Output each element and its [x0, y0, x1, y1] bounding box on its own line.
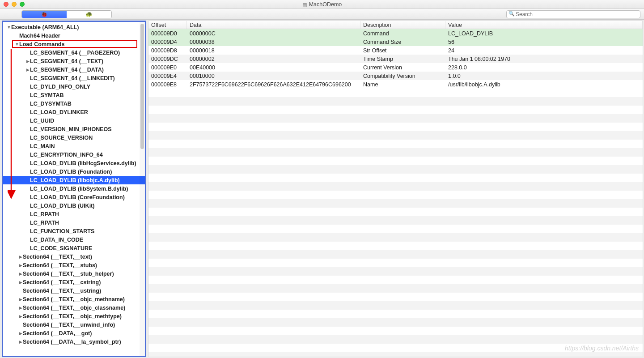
- table-row[interactable]: 000009D00000000CCommandLC_LOAD_DYLIB: [148, 29, 643, 38]
- tree-item-label: Section64 (__DATA,__la_symbol_ptr): [23, 339, 121, 345]
- cell-desc: Command: [360, 29, 445, 38]
- tree-item-label: LC_UUID: [30, 118, 54, 124]
- tree-item[interactable]: LC_LOAD_DYLIB (UIKit): [3, 201, 145, 210]
- tree-item[interactable]: ▶LC_SEGMENT_64 (__DATA): [3, 65, 145, 74]
- tree-item[interactable]: LC_SOURCE_VERSION: [3, 133, 145, 142]
- tree-item[interactable]: LC_SEGMENT_64 (__LINKEDIT): [3, 74, 145, 82]
- sidebar-scrollbar[interactable]: [140, 22, 145, 356]
- table-body[interactable]: 000009D00000000CCommandLC_LOAD_DYLIB0000…: [148, 29, 643, 357]
- col-offset[interactable]: Offset: [148, 21, 187, 29]
- col-value[interactable]: Value: [445, 21, 643, 29]
- tree-item[interactable]: ▶Section64 (__TEXT,__objc_methname): [3, 295, 145, 303]
- cell-data: 00000038: [187, 38, 360, 46]
- search-input[interactable]: [506, 10, 640, 18]
- search-field-wrap: [506, 10, 640, 18]
- tree-item-label: LC_DYLD_INFO_ONLY: [30, 84, 90, 90]
- tree-item-label: Section64 (__TEXT,__objc_classname): [23, 305, 125, 311]
- zoom-button[interactable]: [20, 2, 25, 7]
- tree-item[interactable]: LC_LOAD_DYLINKER: [3, 108, 145, 116]
- cell-data: 00000002: [187, 55, 360, 63]
- table-row[interactable]: 000009D800000018Str Offset24: [148, 46, 643, 55]
- tree-item[interactable]: LC_LOAD_DYLIB (CoreFoundation): [3, 193, 145, 201]
- tree-item[interactable]: ▶Section64 (__TEXT,__text): [3, 252, 145, 261]
- tree-item-label: LC_ENCRYPTION_INFO_64: [30, 152, 103, 158]
- tree-item[interactable]: Mach64 Header: [3, 31, 145, 40]
- tree-item[interactable]: ▼Load Commands: [3, 40, 145, 48]
- disclosure-triangle[interactable]: ▶: [25, 68, 30, 72]
- tree-item-label: Section64 (__TEXT,__ustring): [23, 288, 101, 294]
- col-description[interactable]: Description: [360, 21, 445, 29]
- close-button[interactable]: [4, 2, 8, 7]
- tree-item[interactable]: ▶Section64 (__TEXT,__stubs): [3, 261, 145, 269]
- tree-item[interactable]: ▶Section64 (__TEXT,__stub_helper): [3, 269, 145, 278]
- disclosure-triangle[interactable]: ▶: [18, 331, 23, 336]
- table-row[interactable]: 000009E000E40000Current Version228.0.0: [148, 63, 643, 72]
- tree-item[interactable]: LC_CODE_SIGNATURE: [3, 244, 145, 252]
- tree-item-label: LC_RPATH: [30, 211, 59, 217]
- tree-item[interactable]: LC_LOAD_DYLIB (Foundation): [3, 167, 145, 176]
- tree-item[interactable]: LC_UUID: [3, 116, 145, 125]
- tree-item-label: LC_LOAD_DYLIB (libobjc.A.dylib): [30, 177, 120, 183]
- tree-item[interactable]: LC_DYSYMTAB: [3, 99, 145, 108]
- tree-item-label: Section64 (__TEXT,__text): [23, 254, 92, 260]
- tree-item[interactable]: LC_FUNCTION_STARTS: [3, 227, 145, 235]
- disclosure-triangle[interactable]: ▶: [18, 314, 23, 319]
- disclosure-triangle[interactable]: ▶: [18, 263, 23, 268]
- tree-item[interactable]: ▶Section64 (__TEXT,__objc_methtype): [3, 312, 145, 320]
- tree-item-label: LC_SYMTAB: [30, 92, 64, 98]
- disclosure-triangle[interactable]: ▶: [18, 255, 23, 259]
- cell-desc: Compatibility Version: [360, 72, 445, 80]
- table-row[interactable]: 000009E400010000Compatibility Version1.0…: [148, 72, 643, 80]
- cell-data: 00E40000: [187, 63, 360, 72]
- tree-item[interactable]: LC_SYMTAB: [3, 91, 145, 99]
- tree-item[interactable]: ▶Section64 (__DATA,__got): [3, 329, 145, 337]
- tree-item-label: LC_SEGMENT_64 (__PAGEZERO): [30, 50, 120, 56]
- tree-item[interactable]: LC_LOAD_DYLIB (libSystem.B.dylib): [3, 184, 145, 193]
- tree-item[interactable]: LC_LOAD_DYLIB (libobjc.A.dylib): [3, 176, 145, 184]
- tree-item-label: LC_MAIN: [30, 143, 55, 149]
- tree-item[interactable]: Section64 (__TEXT,__unwind_info): [3, 320, 145, 329]
- segment-left[interactable]: 🐞: [22, 11, 67, 18]
- window-titlebar: MachODemo: [0, 0, 644, 9]
- tree-item[interactable]: ▶Section64 (__TEXT,__cstring): [3, 278, 145, 286]
- tree-item-label: LC_SOURCE_VERSION: [30, 135, 93, 141]
- disclosure-triangle[interactable]: ▶: [18, 280, 23, 285]
- tree-item[interactable]: LC_ENCRYPTION_INFO_64: [3, 150, 145, 159]
- toolbar: 🐞 🐢: [0, 9, 644, 20]
- tree-item[interactable]: ▶LC_SEGMENT_64 (__TEXT): [3, 57, 145, 65]
- cell-data: 2F7573722F6C69622F6C69626F626A632E412E64…: [187, 80, 360, 89]
- cell-offset: 000009E4: [148, 72, 187, 80]
- segment-right[interactable]: 🐢: [67, 11, 111, 18]
- tree-item[interactable]: ▶Section64 (__TEXT,__objc_classname): [3, 303, 145, 312]
- tree-item[interactable]: LC_RPATH: [3, 210, 145, 218]
- tree-item-label: LC_LOAD_DYLINKER: [30, 109, 88, 115]
- tree-root[interactable]: ▼Executable (ARM64_ALL): [3, 23, 145, 31]
- tree-item[interactable]: Section64 (__TEXT,__ustring): [3, 286, 145, 295]
- table-row[interactable]: 000009DC00000002Time StampThu Jan 1 08:0…: [148, 55, 643, 63]
- turtle-icon: 🐢: [85, 11, 93, 17]
- disclosure-triangle[interactable]: ▶: [18, 340, 23, 344]
- tree-item[interactable]: ▶Section64 (__DATA,__la_symbol_ptr): [3, 337, 145, 346]
- tree-item[interactable]: LC_RPATH: [3, 218, 145, 227]
- disclosure-triangle[interactable]: ▶: [18, 272, 23, 276]
- disclosure-triangle[interactable]: ▶: [18, 306, 23, 310]
- col-data[interactable]: Data: [187, 21, 360, 29]
- disclosure-triangle[interactable]: ▶: [18, 297, 23, 302]
- cell-value: 56: [445, 38, 643, 46]
- table-row[interactable]: 000009D400000038Command Size56: [148, 38, 643, 46]
- tree-item[interactable]: LC_DATA_IN_CODE: [3, 235, 145, 244]
- tree-item[interactable]: LC_VERSION_MIN_IPHONEOS: [3, 125, 145, 133]
- table-row[interactable]: 000009E82F7573722F6C69622F6C69626F626A63…: [148, 80, 643, 89]
- minimize-button[interactable]: [12, 2, 17, 7]
- tree-item[interactable]: LC_LOAD_DYLIB (libHcgServices.dylib): [3, 159, 145, 167]
- tree-item-label: LC_DYSYMTAB: [30, 101, 72, 107]
- tree-item[interactable]: LC_SEGMENT_64 (__PAGEZERO): [3, 48, 145, 57]
- disclosure-triangle[interactable]: ▼: [15, 42, 19, 47]
- tree-item[interactable]: LC_MAIN: [3, 142, 145, 150]
- scrollbar-thumb[interactable]: [140, 24, 144, 149]
- disclosure-triangle[interactable]: ▶: [25, 59, 30, 64]
- tree-item[interactable]: LC_DYLD_INFO_ONLY: [3, 82, 145, 91]
- sidebar[interactable]: ▼Executable (ARM64_ALL)Mach64 Header▼Loa…: [2, 21, 146, 357]
- tree-item-label: Load Commands: [19, 41, 64, 47]
- cell-value: LC_LOAD_DYLIB: [445, 29, 643, 38]
